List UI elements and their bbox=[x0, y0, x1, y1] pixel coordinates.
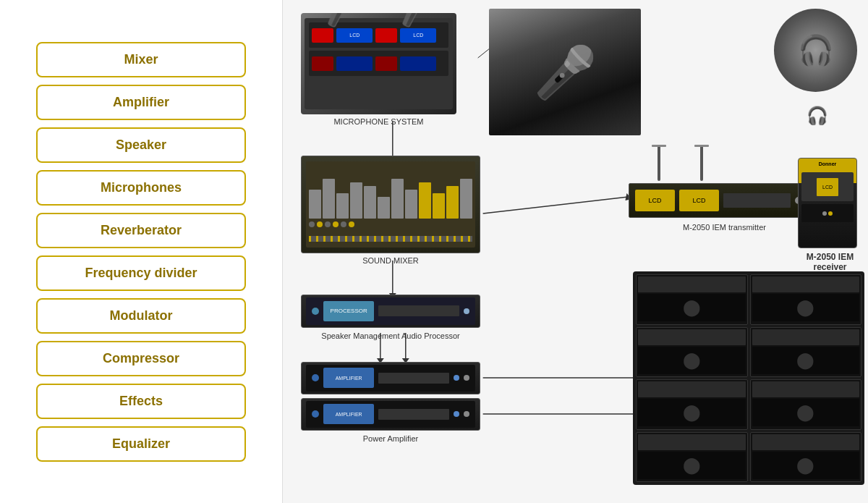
main-content: LCD LCD 🎤 🎤 MICROPHONE SYSTEM 🎤 bbox=[282, 0, 868, 503]
amplifier-image-1: AMPLIFIER bbox=[301, 362, 480, 394]
sidebar-item-mixer[interactable]: Mixer bbox=[36, 42, 246, 77]
power-amplifier-label: Power Amplifier bbox=[301, 434, 480, 443]
sidebar: Mixer Amplifier Speaker Microphones Reve… bbox=[0, 0, 282, 503]
iem-earphones: 🎧 bbox=[785, 98, 850, 134]
iem-transmitter-block: LCD LCD bbox=[629, 141, 820, 218]
sidebar-item-speaker[interactable]: Speaker bbox=[36, 127, 246, 163]
performer-image: 🎤 bbox=[489, 9, 641, 135]
iem-receiver-block: Donner LCD bbox=[798, 158, 857, 248]
sidebar-item-effects[interactable]: Effects bbox=[36, 384, 246, 419]
microphone-system-label: MICROPHONE SYSTEM bbox=[301, 117, 456, 126]
iem-transmitter-label: M-2050 IEM transmitter bbox=[629, 223, 820, 232]
amplifier-image-2: AMPLIFIER bbox=[301, 398, 480, 431]
diagram: LCD LCD 🎤 🎤 MICROPHONE SYSTEM 🎤 bbox=[283, 0, 868, 503]
sidebar-item-amplifier[interactable]: Amplifier bbox=[36, 85, 246, 120]
processor-label: Speaker Management Audio Processor bbox=[301, 331, 480, 340]
sidebar-item-compressor[interactable]: Compressor bbox=[36, 341, 246, 376]
sidebar-item-modulator[interactable]: Modulator bbox=[36, 298, 246, 334]
sound-mixer-label: SOUND MIXER bbox=[301, 256, 480, 265]
sidebar-item-reverberator[interactable]: Reverberator bbox=[36, 213, 246, 248]
microphone-system-image: LCD LCD 🎤 🎤 bbox=[301, 13, 456, 114]
sidebar-item-equalizer[interactable]: Equalizer bbox=[36, 426, 246, 462]
iem-receiver-image: 🎧 bbox=[774, 9, 857, 92]
svg-line-13 bbox=[483, 197, 629, 214]
sidebar-item-frequency-divider[interactable]: Frequency divider bbox=[36, 255, 246, 291]
sound-mixer-image bbox=[301, 156, 480, 253]
speaker-stack: ⬤ ⬤ ⬤ ⬤ ⬤ ⬤ ⬤ bbox=[633, 271, 864, 485]
iem-receiver-label: M-2050 IEM receiver bbox=[796, 252, 864, 272]
sidebar-item-microphones[interactable]: Microphones bbox=[36, 170, 246, 206]
processor-image: PROCESSOR bbox=[301, 295, 480, 328]
